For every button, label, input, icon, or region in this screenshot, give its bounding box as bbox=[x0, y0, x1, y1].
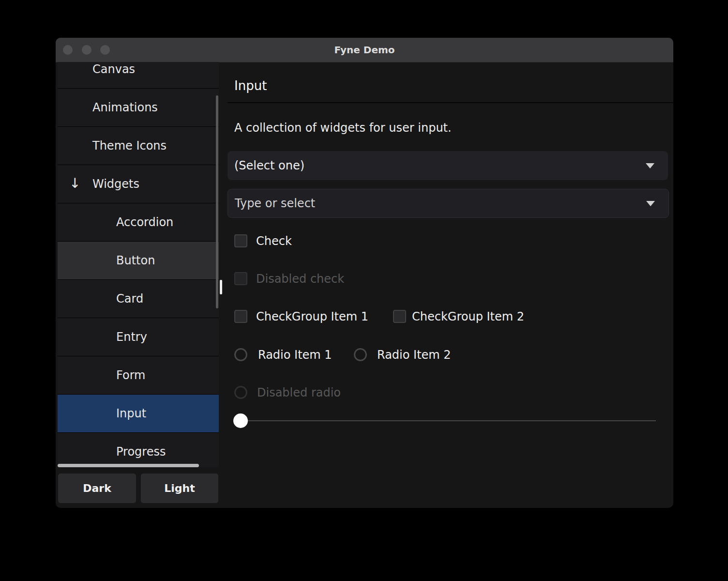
sidebar-item-entry[interactable]: Entry bbox=[58, 318, 219, 356]
dark-theme-button[interactable]: Dark bbox=[58, 474, 136, 503]
disabled-check-checkbox bbox=[234, 272, 247, 285]
titlebar: Fyne Demo bbox=[56, 38, 673, 62]
radio-item2-label: Radio Item 2 bbox=[377, 348, 451, 362]
select-value: (Select one) bbox=[228, 151, 668, 180]
sidebar-item-button[interactable]: Button bbox=[58, 242, 219, 280]
sidebar-item-form[interactable]: Form bbox=[58, 356, 219, 395]
checkgroup-item1-label: CheckGroup Item 1 bbox=[256, 310, 368, 323]
sidebar-item-accordion[interactable]: Accordion bbox=[58, 203, 219, 242]
sidebar-item-label: Theme Icons bbox=[58, 139, 167, 153]
check-checkbox[interactable] bbox=[234, 234, 247, 247]
sidebar-item-label: Canvas bbox=[58, 62, 135, 76]
sidebar-item-label: Button bbox=[58, 254, 155, 267]
sidebar-item-label: Accordion bbox=[58, 215, 173, 229]
disabled-check-label: Disabled check bbox=[256, 272, 344, 286]
checkgroup-item2-checkbox[interactable] bbox=[393, 310, 406, 323]
sidebar-item-progress[interactable]: Progress bbox=[58, 433, 219, 467]
sidebar-item-widgets[interactable]: ↓ Widgets bbox=[58, 165, 219, 203]
select-entry[interactable]: Type or select bbox=[228, 189, 669, 218]
sidebar: Canvas Animations Theme Icons ↓ Widgets … bbox=[58, 62, 219, 467]
arrow-down-icon[interactable]: ↓ bbox=[69, 165, 80, 203]
window-title: Fyne Demo bbox=[56, 38, 673, 62]
slider-handle[interactable] bbox=[233, 413, 248, 428]
radio-item1-radio[interactable] bbox=[234, 348, 247, 361]
page-description: A collection of widgets for user input. bbox=[234, 121, 452, 135]
disabled-radio bbox=[234, 386, 247, 399]
checkgroup-item1-checkbox[interactable] bbox=[234, 310, 247, 323]
sidebar-item-label: Animations bbox=[58, 101, 158, 114]
slider-track[interactable] bbox=[241, 420, 656, 421]
select-entry-placeholder: Type or select bbox=[228, 189, 668, 217]
sidebar-item-theme-icons[interactable]: Theme Icons bbox=[58, 127, 219, 165]
radio-item1-label: Radio Item 1 bbox=[258, 348, 332, 362]
sidebar-item-label: Input bbox=[58, 407, 146, 420]
check-label: Check bbox=[256, 234, 292, 248]
select-dropdown[interactable]: (Select one) bbox=[228, 151, 668, 180]
split-divider-handle[interactable] bbox=[220, 280, 222, 294]
sidebar-horizontal-scrollbar[interactable] bbox=[58, 464, 199, 467]
sidebar-item-input[interactable]: Input bbox=[58, 395, 219, 433]
chevron-down-icon bbox=[646, 201, 655, 206]
title-separator bbox=[228, 102, 673, 103]
sidebar-item-label: Progress bbox=[58, 445, 166, 459]
light-theme-button[interactable]: Light bbox=[141, 474, 218, 503]
sidebar-item-card[interactable]: Card bbox=[58, 280, 219, 318]
sidebar-item-animations[interactable]: Animations bbox=[58, 89, 219, 127]
sidebar-vertical-scrollbar[interactable] bbox=[216, 95, 218, 308]
sidebar-item-label: Form bbox=[58, 368, 145, 382]
chevron-down-icon bbox=[646, 163, 654, 168]
sidebar-item-label: Entry bbox=[58, 330, 147, 344]
app-window: Fyne Demo Canvas Animations Theme Icons … bbox=[56, 38, 673, 508]
radio-item2-radio[interactable] bbox=[354, 348, 367, 361]
page-title: Input bbox=[234, 78, 267, 93]
sidebar-item-canvas[interactable]: Canvas bbox=[58, 62, 219, 89]
sidebar-item-label: Card bbox=[58, 292, 143, 306]
checkgroup-item2-label: CheckGroup Item 2 bbox=[412, 310, 524, 323]
disabled-radio-label: Disabled radio bbox=[257, 386, 341, 399]
